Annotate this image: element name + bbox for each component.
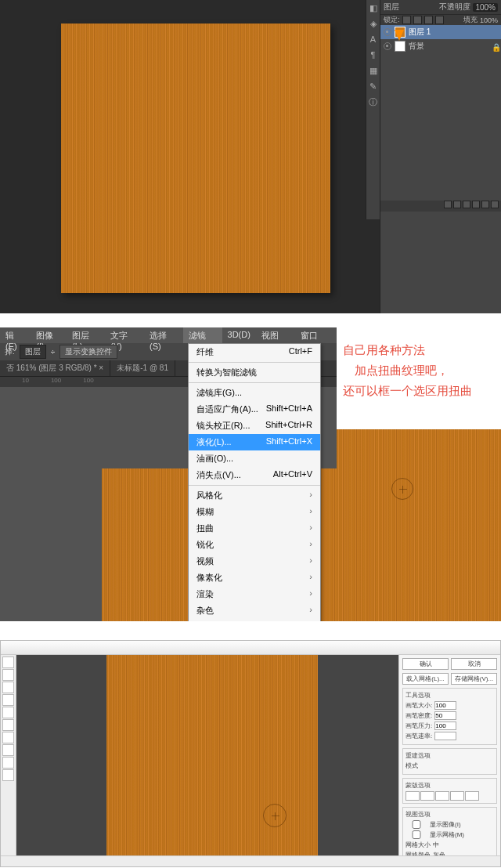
fill-value[interactable]: 100%	[480, 16, 498, 24]
show-image-check[interactable]	[405, 820, 427, 829]
brush-size-label: 画笔大小:	[405, 701, 432, 710]
properties-icon[interactable]: ◈	[366, 16, 380, 31]
group-icon[interactable]	[472, 201, 480, 208]
mask-btn-2[interactable]	[420, 791, 434, 801]
brush-pressure-input[interactable]	[434, 722, 456, 730]
brush-size-input[interactable]	[434, 701, 456, 710]
dd-other[interactable]: 其它	[189, 619, 320, 621]
dd-render[interactable]: 渲染	[189, 586, 320, 602]
reconstruct-tool[interactable]	[2, 669, 14, 681]
lock-position-icon[interactable]	[424, 16, 433, 24]
brush-rate-label: 画笔速率:	[405, 732, 432, 740]
info-icon[interactable]: ⓘ	[366, 94, 380, 110]
bloat-tool[interactable]	[2, 707, 14, 718]
menu-filter[interactable]: 滤镜(T)	[183, 327, 222, 343]
doc-tab-1[interactable]: 否 161% (图层 3 RGB/8) * ×	[0, 360, 110, 376]
pucker-tool[interactable]	[2, 694, 14, 706]
history-icon[interactable]: ◧	[366, 0, 380, 16]
reconstruct-label: 重建选项	[405, 751, 494, 760]
options-label: 择:	[5, 346, 15, 357]
mask-icon[interactable]	[453, 201, 461, 208]
forward-warp-tool[interactable]	[2, 656, 14, 668]
dd-vanishing-point[interactable]: 消失点(V)...Alt+Ctrl+V	[189, 467, 320, 483]
dd-oil-paint[interactable]: 油画(O)...	[189, 450, 320, 467]
layers-panel: 图层 不透明度 100% 锁定: 填充 100% 图层 1	[380, 0, 501, 313]
tool-options-group: 工具选项 画笔大小: 画笔密度: 画笔压力: 画笔速率:	[402, 688, 497, 745]
dd-filter-gallery[interactable]: 滤镜库(G)...	[189, 385, 320, 401]
paragraph-icon[interactable]: ¶	[366, 47, 380, 63]
lock-all-icon[interactable]	[435, 16, 444, 24]
brush-cursor-icon	[391, 478, 413, 500]
layer-select[interactable]: 图层	[20, 345, 46, 359]
layers-tab[interactable]: 图层	[384, 2, 399, 13]
visibility-icon[interactable]	[384, 28, 391, 36]
opacity-value[interactable]: 100%	[473, 3, 498, 12]
dd-last-filter[interactable]: 纤维Ctrl+F	[189, 344, 320, 360]
new-layer-icon[interactable]	[481, 201, 489, 208]
opacity-label: 不透明度	[439, 2, 470, 13]
adjustment-icon[interactable]	[463, 201, 470, 208]
mask-btn-1[interactable]	[405, 791, 420, 801]
menu-window[interactable]: 窗口(W)	[295, 327, 337, 343]
wood-texture-liquify[interactable]	[106, 655, 318, 855]
lock-transparency-icon[interactable]	[402, 16, 411, 24]
push-left-tool[interactable]	[2, 719, 14, 731]
brush-density-input[interactable]	[434, 711, 456, 720]
dd-noise[interactable]: 杂色	[189, 602, 320, 619]
zoom-tool[interactable]	[2, 769, 14, 781]
lock-image-icon[interactable]	[413, 16, 422, 24]
dialog-titlebar	[1, 641, 500, 655]
menu-view[interactable]: 视图(V)	[256, 327, 295, 343]
hand-tool[interactable]	[2, 757, 14, 769]
layer-row-layer1[interactable]: 图层 1	[380, 25, 501, 39]
mask-btn-5[interactable]	[465, 791, 479, 801]
brush-icon[interactable]: ✎	[366, 78, 380, 94]
dd-convert-smart[interactable]: 转换为智能滤镜	[189, 364, 320, 381]
liquify-toolbar	[1, 655, 16, 855]
photoshop-filter-menu-view: 辑(E) 图像(I) 图层(L) 文字(Y) 选择(S) 滤镜(T) 3D(D)…	[0, 327, 501, 621]
dd-pixelate[interactable]: 像素化	[189, 570, 320, 586]
twirl-tool[interactable]	[2, 682, 14, 693]
dd-video[interactable]: 视频	[189, 553, 320, 570]
thaw-mask-tool[interactable]	[2, 744, 14, 756]
layer-list: 图层 1 背景 🔒	[380, 25, 501, 53]
mask-btn-4[interactable]	[450, 791, 464, 801]
mask-btn-3[interactable]	[435, 791, 449, 801]
show-mesh-check[interactable]	[405, 830, 427, 839]
dd-blur[interactable]: 模糊	[189, 504, 320, 520]
dd-adaptive-wide[interactable]: 自适应广角(A)...Shift+Ctrl+A	[189, 401, 320, 418]
dd-distort[interactable]: 扭曲	[189, 520, 320, 537]
menu-edit[interactable]: 辑(E)	[0, 327, 31, 343]
view-options-label: 视图选项	[405, 810, 494, 819]
menu-image[interactable]: 图像(I)	[31, 327, 67, 343]
menu-3d[interactable]: 3D(D)	[222, 327, 256, 343]
liquify-canvas	[16, 655, 398, 855]
swatch-icon[interactable]: ▦	[366, 63, 380, 78]
wood-texture-canvas[interactable]	[61, 24, 330, 293]
layer-thumbnail[interactable]	[395, 41, 405, 52]
load-mesh-button[interactable]: 载入网格(L)...	[402, 673, 449, 685]
dd-stylize[interactable]: 风格化	[189, 487, 320, 504]
brush-rate-input[interactable]	[434, 732, 456, 740]
menu-type[interactable]: 文字(Y)	[105, 327, 144, 343]
menu-select[interactable]: 选择(S)	[144, 327, 183, 343]
dd-sharpen[interactable]: 锐化	[189, 537, 320, 553]
char-icon[interactable]: A	[366, 31, 380, 47]
dd-lens-correction[interactable]: 镜头校正(R)...Shift+Ctrl+R	[189, 418, 320, 434]
view-options-group: 视图选项 显示图像(I) 显示网格(M) 网格大小中 网格颜色灰色	[402, 807, 497, 855]
dd-liquify[interactable]: 液化(L)...Shift+Ctrl+X	[189, 434, 320, 450]
show-transform-btn[interactable]: 显示变换控件	[59, 345, 117, 359]
layers-panel-footer	[380, 201, 501, 212]
visibility-icon[interactable]	[384, 42, 391, 50]
fx-icon[interactable]	[444, 201, 452, 208]
cancel-button[interactable]: 取消	[451, 658, 497, 670]
menu-layer[interactable]: 图层(L)	[67, 327, 105, 343]
ok-button[interactable]: 确认	[402, 658, 449, 670]
annotation-area: 自己用各种方法 加点扭曲纹理吧， 还可以框一个选区用扭曲	[337, 327, 501, 621]
freeze-mask-tool[interactable]	[2, 732, 14, 743]
mask-options-label: 蒙版选项	[405, 781, 494, 790]
trash-icon[interactable]	[491, 201, 499, 208]
doc-tab-2[interactable]: 未标题-1 @ 81	[110, 360, 175, 376]
layer-row-background[interactable]: 背景 🔒	[380, 39, 501, 53]
save-mesh-button[interactable]: 存储网格(V)...	[451, 673, 497, 685]
